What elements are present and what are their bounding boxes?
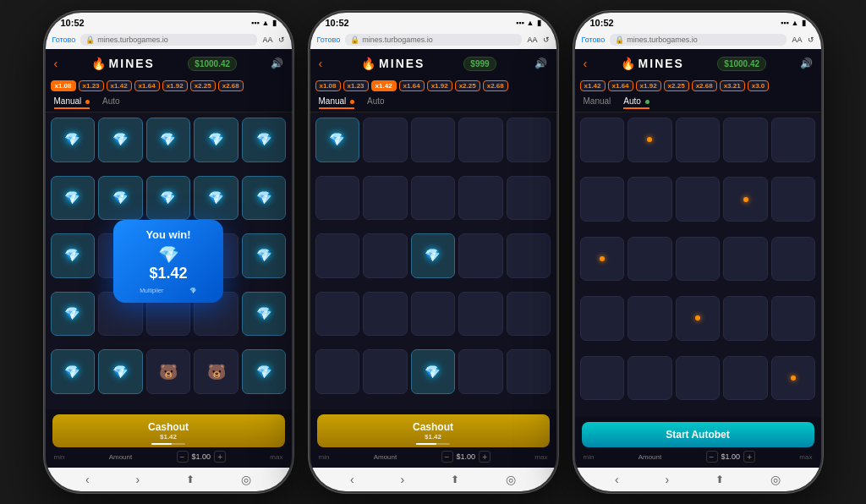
p2-cell-1-0[interactable] [315,176,360,221]
tab-manual-1[interactable]: Manual [54,96,90,109]
cell-0-3[interactable]: 💎 [194,118,238,162]
p2-cell-0-3[interactable] [458,118,503,162]
p3-cell-2-0[interactable] [580,237,625,282]
p2-cell-2-2[interactable]: 💎 [411,233,456,278]
mult-3-2[interactable]: x1.64 [399,80,425,91]
aa-btn-3[interactable]: AA [792,36,802,44]
amount-plus-3[interactable]: + [743,451,755,463]
mult-2-2[interactable]: x1.42 [371,80,397,91]
cell-0-0[interactable]: 💎 [51,118,96,162]
p2-cell-0-4[interactable] [507,118,551,162]
cell-1-3[interactable]: 💎 [194,176,238,221]
p3-cell-2-2[interactable] [676,237,721,282]
p2-cell-1-2[interactable] [411,176,456,221]
back-icon-1[interactable]: ‹ [54,57,58,70]
cell-0-1[interactable]: 💎 [98,118,143,162]
p2-cell-3-1[interactable] [363,292,408,337]
refresh-icon-1[interactable]: ↺ [278,36,285,44]
p2-cell-2-3[interactable] [458,233,503,278]
p3-cell-3-0[interactable] [580,296,625,341]
amount-minus-2[interactable]: − [441,451,453,463]
cell-3-4[interactable]: 💎 [242,292,287,337]
p2-cell-1-1[interactable] [363,176,408,221]
mult-4-3[interactable]: x2.68 [692,80,717,91]
nav-compass-1[interactable]: ◎ [241,473,251,486]
p2-cell-2-0[interactable] [315,233,360,278]
p3-cell-3-2[interactable] [676,296,721,341]
p2-cell-4-1[interactable] [363,349,408,394]
mult-0-1[interactable]: x1.08 [51,80,76,91]
sound-icon-1[interactable]: 🔊 [271,58,283,69]
tab-auto-2[interactable]: Auto [367,96,385,109]
cell-2-0[interactable]: 💎 [51,233,96,278]
cell-0-2[interactable]: 💎 [146,118,191,162]
mult-2-3[interactable]: x1.92 [636,80,661,91]
p3-cell-3-4[interactable] [771,296,816,341]
cell-4-1[interactable]: 💎 [98,349,143,394]
p3-cell-3-1[interactable] [628,296,672,341]
amount-minus-1[interactable]: − [177,451,189,463]
mult-5-1[interactable]: x2.25 [190,80,216,91]
cell-1-4[interactable]: 💎 [242,176,287,221]
p3-cell-1-3[interactable] [723,177,768,222]
cell-2-4[interactable]: 💎 [242,233,287,278]
cashout-btn-2[interactable]: Cashout $1.42 [317,414,550,447]
p2-cell-3-3[interactable] [458,292,503,337]
p3-cell-2-1[interactable] [628,237,672,282]
cell-1-1[interactable]: 💎 [98,176,143,221]
mult-1-3[interactable]: x1.64 [608,80,633,91]
p3-cell-1-0[interactable] [580,177,625,222]
p3-cell-4-2[interactable] [676,356,721,401]
start-autobet-btn-3[interactable]: Start Autobet [582,422,814,447]
cashout-btn-1[interactable]: Cashout $1.42 [52,414,285,447]
p3-cell-0-1[interactable] [628,118,672,162]
nav-share-2[interactable]: ⬆ [451,474,459,485]
mult-3-1[interactable]: x1.64 [134,80,160,91]
p2-cell-0-2[interactable] [411,118,456,162]
p3-cell-4-0[interactable] [580,356,625,401]
p2-cell-0-1[interactable] [363,118,408,162]
sound-icon-3[interactable]: 🔊 [800,58,813,69]
cell-4-4[interactable]: 💎 [242,349,287,394]
nav-compass-3[interactable]: ◎ [770,473,781,486]
p3-cell-1-4[interactable] [771,177,816,222]
p2-cell-1-4[interactable] [507,176,551,221]
nav-share-3[interactable]: ⬆ [715,474,724,485]
mult-4-2[interactable]: x1.92 [427,80,452,91]
nav-back-1[interactable]: ‹ [85,473,90,486]
nav-forward-2[interactable]: › [401,473,405,486]
mult-4-1[interactable]: x1.92 [162,80,188,91]
refresh-icon-3[interactable]: ↺ [808,36,814,44]
nav-back-3[interactable]: ‹ [615,473,619,486]
nav-share-1[interactable]: ⬆ [186,474,195,485]
mult-0-2[interactable]: x1.08 [315,80,341,91]
tab-auto-1[interactable]: Auto [102,96,120,109]
p2-cell-3-2[interactable] [411,292,456,337]
p3-cell-0-2[interactable] [676,118,721,162]
amount-minus-3[interactable]: − [706,451,718,463]
p2-cell-2-1[interactable] [363,233,408,278]
p3-cell-3-3[interactable] [723,296,768,341]
p2-cell-4-3[interactable] [458,349,503,394]
p3-cell-4-1[interactable] [628,356,672,401]
aa-btn-1[interactable]: AA [262,36,272,44]
refresh-icon-2[interactable]: ↺ [543,36,550,44]
aa-btn-2[interactable]: AA [527,36,537,44]
cell-0-4[interactable]: 💎 [242,118,287,162]
p2-cell-1-3[interactable] [458,176,503,221]
p2-cell-4-4[interactable] [507,349,551,394]
cell-4-2[interactable]: 🐻 [146,349,191,394]
p3-cell-0-3[interactable] [723,118,768,162]
mult-0-3[interactable]: x1.42 [580,80,606,91]
amount-plus-1[interactable]: + [214,451,226,463]
p3-cell-1-2[interactable] [676,177,721,222]
nav-compass-2[interactable]: ◎ [506,473,516,486]
amount-plus-2[interactable]: + [479,451,491,463]
p3-cell-4-3[interactable] [723,356,768,401]
p2-cell-2-4[interactable] [507,233,551,278]
mult-1-1[interactable]: x1.23 [79,80,104,91]
back-icon-3[interactable]: ‹ [584,57,588,70]
cell-1-2[interactable]: 💎 [146,176,191,221]
cell-4-3[interactable]: 🐻 [194,349,238,394]
back-icon-2[interactable]: ‹ [319,57,323,70]
